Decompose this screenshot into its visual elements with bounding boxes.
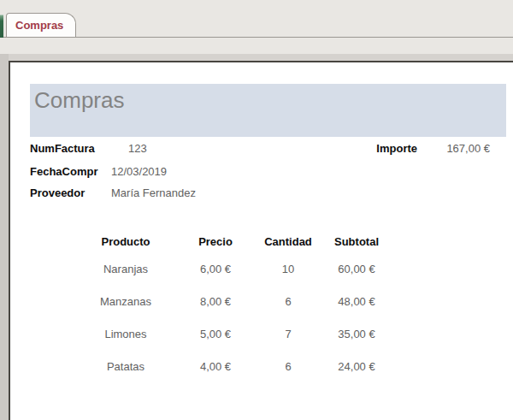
tabstrip-divider [0,37,513,38]
item-row: Limones 5,00 € 7 35,00 € [79,317,395,350]
subtotal-field[interactable]: 24,00 € [318,360,395,373]
col-header-producto: Producto [79,235,173,248]
precio-field[interactable]: 5,00 € [173,328,258,340]
document-tab-compras[interactable]: Compras [6,13,76,37]
numfactura-label: NumFactura [30,142,95,155]
producto-field[interactable]: Limones [79,328,173,340]
precio-field[interactable]: 8,00 € [173,295,258,308]
cantidad-field[interactable]: 6 [258,295,318,308]
proveedor-field[interactable]: María Fernandez [111,186,196,199]
precio-field[interactable]: 6,00 € [173,263,258,275]
form-outer-margin-top [0,54,513,61]
producto-field[interactable]: Manzanas [79,295,173,308]
item-row: Naranjas 6,00 € 10 60,00 € [79,252,395,285]
producto-field[interactable]: Patatas [79,360,173,373]
subtotal-field[interactable]: 35,00 € [318,328,395,340]
tab-bar: Compras [0,0,513,54]
nav-pane-edge-icon [0,15,3,38]
producto-field[interactable]: Naranjas [79,263,173,275]
cantidad-field[interactable]: 6 [258,360,318,373]
subtotal-field[interactable]: 48,00 € [318,295,395,308]
cantidad-field[interactable]: 7 [258,328,318,340]
col-header-cantidad: Cantidad [258,235,318,248]
cantidad-field[interactable]: 10 [258,263,318,275]
col-header-subtotal: Subtotal [318,235,395,248]
items-header-row: Producto Precio Cantidad Subtotal [79,234,395,250]
col-header-precio: Precio [173,235,258,248]
fechacompr-label: FechaCompr [30,165,97,178]
numfactura-field[interactable]: 123 [128,142,147,155]
form-compras: Compras NumFactura 123 Importe 167,00 € … [9,61,513,420]
proveedor-label: Proveedor [30,186,85,199]
item-row: Patatas 4,00 € 6 24,00 € [79,350,395,382]
access-document-window: Compras Compras NumFactura 123 Importe 1… [0,0,513,420]
items-subform: Producto Precio Cantidad Subtotal Naranj… [79,234,395,382]
precio-field[interactable]: 4,00 € [173,360,258,373]
tab-label: Compras [15,19,63,32]
importe-field[interactable]: 167,00 € [434,142,490,155]
fechacompr-field[interactable]: 12/03/2019 [111,165,167,178]
form-header-band: Compras [30,84,506,137]
form-title: Compras [34,87,124,113]
importe-label: Importe [345,142,417,155]
item-row: Manzanas 8,00 € 6 48,00 € [79,285,395,317]
subtotal-field[interactable]: 60,00 € [318,263,395,275]
form-outer-margin-left [0,54,9,420]
